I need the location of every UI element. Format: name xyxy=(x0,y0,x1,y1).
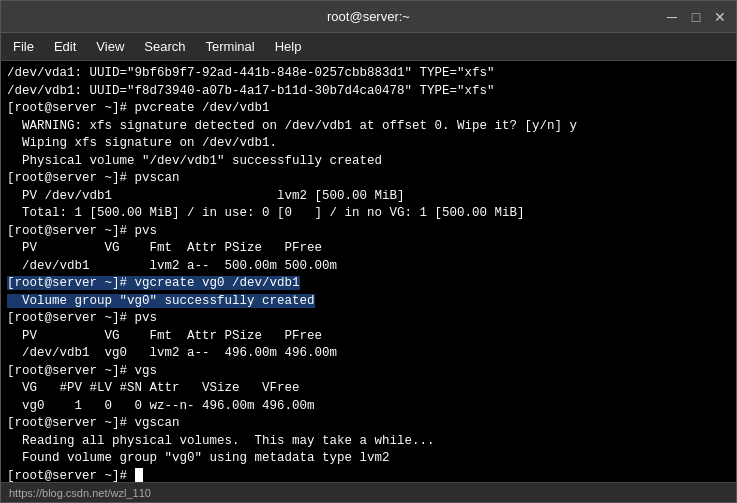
terminal-window: root@server:~ ─ □ ✕ FileEditViewSearchTe… xyxy=(0,0,737,503)
maximize-button[interactable]: □ xyxy=(688,9,704,25)
menu-item-help[interactable]: Help xyxy=(267,37,310,56)
terminal-body[interactable]: /dev/vda1: UUID="9bf6b9f7-92ad-441b-848e… xyxy=(1,61,736,482)
status-bar: https://blog.csdn.net/wzl_110 xyxy=(1,482,736,502)
terminal-output: /dev/vda1: UUID="9bf6b9f7-92ad-441b-848e… xyxy=(7,65,730,482)
window-title: root@server:~ xyxy=(327,9,410,24)
window-controls: ─ □ ✕ xyxy=(664,9,728,25)
menu-item-file[interactable]: File xyxy=(5,37,42,56)
minimize-button[interactable]: ─ xyxy=(664,9,680,25)
menu-item-search[interactable]: Search xyxy=(136,37,193,56)
close-button[interactable]: ✕ xyxy=(712,9,728,25)
status-url: https://blog.csdn.net/wzl_110 xyxy=(9,487,151,499)
menu-item-edit[interactable]: Edit xyxy=(46,37,84,56)
menu-item-view[interactable]: View xyxy=(88,37,132,56)
highlight-vgcreate: [root@server ~]# vgcreate vg0 /dev/vdb1 … xyxy=(7,276,315,308)
menu-item-terminal[interactable]: Terminal xyxy=(198,37,263,56)
terminal-cursor xyxy=(135,468,143,482)
menu-bar: FileEditViewSearchTerminalHelp xyxy=(1,33,736,61)
title-bar: root@server:~ ─ □ ✕ xyxy=(1,1,736,33)
